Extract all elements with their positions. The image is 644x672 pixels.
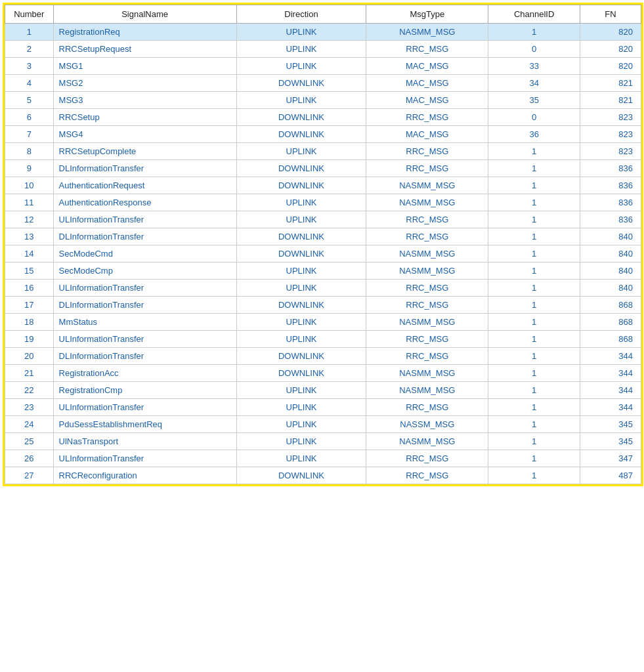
cell-channelid: 0	[488, 109, 580, 126]
cell-direction: UPLINK	[236, 433, 366, 450]
table-row[interactable]: 20DLInformationTransferDOWNLINKRRC_MSG13…	[5, 348, 641, 365]
header-msgtype: MsgType	[366, 5, 488, 24]
cell-signalname: MSG3	[53, 92, 236, 109]
cell-number: 11	[5, 194, 54, 211]
header-fn: FN	[580, 5, 641, 24]
cell-fn: 821	[580, 75, 641, 92]
cell-number: 21	[5, 365, 54, 382]
cell-fn: 840	[580, 262, 641, 280]
cell-signalname: RRCSetupComplete	[53, 143, 236, 160]
cell-direction: DOWNLINK	[236, 297, 366, 314]
cell-signalname: AuthenticationRequest	[53, 177, 236, 194]
cell-fn: 345	[580, 416, 641, 433]
table-row[interactable]: 7MSG4DOWNLINKMAC_MSG36823	[5, 126, 641, 143]
cell-signalname: DLInformationTransfer	[53, 297, 236, 314]
cell-channelid: 1	[488, 24, 580, 41]
table-row[interactable]: 4MSG2DOWNLINKMAC_MSG34821	[5, 75, 641, 92]
cell-signalname: RRCReconfiguration	[53, 467, 236, 484]
cell-msgtype: NASMM_MSG	[366, 245, 488, 262]
cell-fn: 836	[580, 194, 641, 211]
cell-number: 19	[5, 331, 54, 348]
table-row[interactable]: 26ULInformationTransferUPLINKRRC_MSG1347	[5, 450, 641, 467]
cell-signalname: MSG2	[53, 75, 236, 92]
cell-channelid: 36	[488, 126, 580, 143]
cell-fn: 836	[580, 160, 641, 177]
cell-direction: UPLINK	[236, 450, 366, 467]
table-row[interactable]: 11AuthenticationResponseUPLINKNASMM_MSG1…	[5, 194, 641, 211]
cell-msgtype: NASMM_MSG	[366, 194, 488, 211]
cell-signalname: PduSessEstablishmentReq	[53, 416, 236, 433]
table-row[interactable]: 19ULInformationTransferUPLINKRRC_MSG1868	[5, 331, 641, 348]
cell-direction: DOWNLINK	[236, 245, 366, 262]
cell-direction: DOWNLINK	[236, 348, 366, 365]
table-row[interactable]: 6RRCSetupDOWNLINKRRC_MSG0823	[5, 109, 641, 126]
cell-signalname: AuthenticationResponse	[53, 194, 236, 211]
table-row[interactable]: 8RRCSetupCompleteUPLINKRRC_MSG1823	[5, 143, 641, 160]
cell-fn: 840	[580, 280, 641, 297]
table-row[interactable]: 2RRCSetupRequestUPLINKRRC_MSG0820	[5, 41, 641, 58]
cell-number: 5	[5, 92, 54, 109]
table-row[interactable]: 12ULInformationTransferUPLINKRRC_MSG1836	[5, 211, 641, 228]
cell-direction: UPLINK	[236, 41, 366, 58]
cell-fn: 345	[580, 433, 641, 450]
cell-fn: 823	[580, 126, 641, 143]
cell-direction: UPLINK	[236, 382, 366, 399]
table-row[interactable]: 21RegistrationAccDOWNLINKNASMM_MSG1344	[5, 365, 641, 382]
table-row[interactable]: 16ULInformationTransferUPLINKRRC_MSG1840	[5, 280, 641, 297]
table-row[interactable]: 3MSG1UPLINKMAC_MSG33820	[5, 58, 641, 75]
table-row[interactable]: 14SecModeCmdDOWNLINKNASMM_MSG1840	[5, 245, 641, 262]
cell-signalname: RegistrationReq	[53, 24, 236, 41]
cell-signalname: DLInformationTransfer	[53, 228, 236, 245]
cell-signalname: DLInformationTransfer	[53, 348, 236, 365]
cell-msgtype: RRC_MSG	[366, 41, 488, 58]
cell-fn: 344	[580, 348, 641, 365]
table-row[interactable]: 23ULInformationTransferUPLINKRRC_MSG1344	[5, 399, 641, 416]
table-row[interactable]: 22RegistrationCmpUPLINKNASMM_MSG1344	[5, 382, 641, 399]
cell-channelid: 34	[488, 75, 580, 92]
table-row[interactable]: 17DLInformationTransferDOWNLINKRRC_MSG18…	[5, 297, 641, 314]
cell-fn: 836	[580, 211, 641, 228]
cell-direction: UPLINK	[236, 399, 366, 416]
cell-channelid: 1	[488, 433, 580, 450]
cell-fn: 820	[580, 41, 641, 58]
cell-msgtype: MAC_MSG	[366, 75, 488, 92]
table-row[interactable]: 27RRCReconfigurationDOWNLINKRRC_MSG1487	[5, 467, 641, 484]
cell-number: 27	[5, 467, 54, 484]
table-row[interactable]: 10AuthenticationRequestDOWNLINKNASMM_MSG…	[5, 177, 641, 194]
cell-direction: UPLINK	[236, 143, 366, 160]
cell-channelid: 1	[488, 382, 580, 399]
cell-msgtype: NASMM_MSG	[366, 24, 488, 41]
cell-number: 3	[5, 58, 54, 75]
cell-channelid: 1	[488, 177, 580, 194]
cell-msgtype: NASMM_MSG	[366, 314, 488, 331]
table-header-row: Number SignalName Direction MsgType Chan…	[5, 5, 641, 24]
cell-number: 12	[5, 211, 54, 228]
cell-msgtype: MAC_MSG	[366, 92, 488, 109]
cell-channelid: 1	[488, 228, 580, 245]
cell-signalname: RRCSetupRequest	[53, 41, 236, 58]
cell-direction: DOWNLINK	[236, 365, 366, 382]
table-row[interactable]: 25UlNasTransportUPLINKNASMM_MSG1345	[5, 433, 641, 450]
table-row[interactable]: 5MSG3UPLINKMAC_MSG35821	[5, 92, 641, 109]
cell-number: 7	[5, 126, 54, 143]
cell-fn: 868	[580, 331, 641, 348]
table-row[interactable]: 15SecModeCmpUPLINKNASMM_MSG1840	[5, 262, 641, 280]
cell-msgtype: NASMM_MSG	[366, 433, 488, 450]
cell-channelid: 1	[488, 245, 580, 262]
cell-channelid: 35	[488, 92, 580, 109]
cell-direction: UPLINK	[236, 280, 366, 297]
cell-signalname: RRCSetup	[53, 109, 236, 126]
cell-channelid: 1	[488, 280, 580, 297]
cell-direction: DOWNLINK	[236, 228, 366, 245]
cell-fn: 487	[580, 467, 641, 484]
table-row[interactable]: 13DLInformationTransferDOWNLINKRRC_MSG18…	[5, 228, 641, 245]
table-row[interactable]: 9DLInformationTransferDOWNLINKRRC_MSG183…	[5, 160, 641, 177]
table-row[interactable]: 1RegistrationReqUPLINKNASMM_MSG1820	[5, 24, 641, 41]
table-row[interactable]: 18MmStatusUPLINKNASMM_MSG1868	[5, 314, 641, 331]
cell-number: 24	[5, 416, 54, 433]
cell-signalname: MmStatus	[53, 314, 236, 331]
table-row[interactable]: 24PduSessEstablishmentReqUPLINKNASSM_MSG…	[5, 416, 641, 433]
cell-direction: DOWNLINK	[236, 177, 366, 194]
cell-number: 1	[5, 24, 54, 41]
cell-fn: 840	[580, 245, 641, 262]
